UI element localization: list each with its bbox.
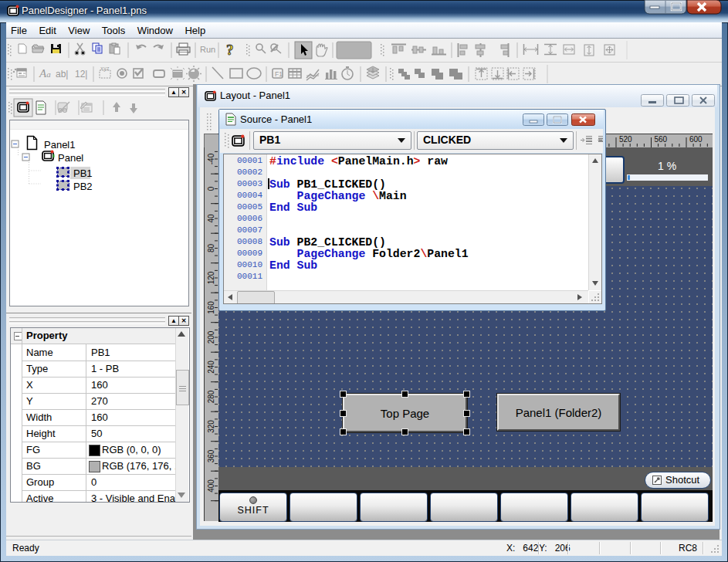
svg-text:120: 120	[207, 271, 215, 284]
svg-text:40: 40	[207, 214, 215, 223]
svg-text:520: 520	[619, 135, 632, 144]
svg-text:Aa: Aa	[39, 67, 51, 80]
svg-text:Panel: Panel	[58, 152, 83, 164]
svg-text:0: 0	[207, 186, 215, 191]
svg-text:200: 200	[207, 330, 215, 344]
svg-text:320: 320	[207, 420, 215, 433]
svg-text:?: ?	[226, 42, 234, 58]
svg-text:Run: Run	[200, 45, 215, 54]
svg-text:F1: F1	[275, 70, 283, 78]
svg-text:160: 160	[207, 301, 215, 314]
svg-text:-40: -40	[207, 153, 215, 164]
svg-text:280: 280	[207, 390, 215, 403]
svg-text:80: 80	[207, 244, 215, 253]
svg-text:xyz: xyz	[100, 66, 110, 72]
svg-text:400: 400	[207, 479, 215, 493]
svg-text:PB1: PB1	[73, 168, 93, 179]
svg-text:PB2: PB2	[73, 181, 93, 192]
svg-text:Panel1: Panel1	[44, 139, 75, 151]
svg-text:560: 560	[655, 135, 668, 144]
svg-text:12|: 12|	[75, 69, 87, 80]
svg-text:240: 240	[207, 361, 215, 374]
svg-text:ab|: ab|	[56, 69, 68, 80]
svg-text:360: 360	[207, 449, 215, 462]
svg-text:600: 600	[689, 135, 703, 144]
